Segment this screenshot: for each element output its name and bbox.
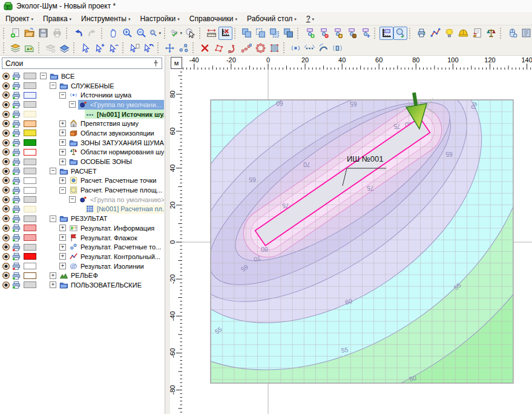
layer-row[interactable]: +РЕЛЬЕФ xyxy=(0,271,164,280)
layer-color-swatch[interactable] xyxy=(24,149,36,156)
layer-color-swatch[interactable] xyxy=(24,244,36,251)
node-add-button[interactable] xyxy=(303,27,317,40)
zoom-out-button[interactable] xyxy=(134,27,148,40)
eye-icon[interactable] xyxy=(0,129,10,137)
eye-icon[interactable] xyxy=(0,205,10,213)
expand-icon[interactable]: + xyxy=(59,253,66,260)
layer-props-button[interactable] xyxy=(22,41,36,54)
pin-icon[interactable] xyxy=(152,59,160,67)
layer-row[interactable]: +Расчет. Расчетные точки xyxy=(0,176,164,186)
menu-item-6[interactable]: ?▾ xyxy=(301,13,318,25)
eye-icon[interactable] xyxy=(0,281,10,289)
eye-icon[interactable] xyxy=(0,252,10,261)
menu-item-2[interactable]: Инструменты▾ xyxy=(76,13,134,25)
toolbar-grip[interactable] xyxy=(192,42,195,53)
toolbar-grip[interactable] xyxy=(3,28,6,39)
printer-icon[interactable] xyxy=(10,261,21,271)
pan-hand-button[interactable] xyxy=(107,27,120,40)
snap-nodes-button[interactable] xyxy=(177,41,191,54)
layer-row[interactable]: −<Группа по умолчани... xyxy=(0,100,164,110)
toolbar-grip[interactable] xyxy=(66,28,69,39)
cursor-undo-button[interactable] xyxy=(142,41,156,54)
layer-color-swatch[interactable] xyxy=(24,73,36,79)
layer-color-swatch[interactable] xyxy=(24,196,36,203)
node-move-button[interactable] xyxy=(358,27,372,40)
printer-icon[interactable] xyxy=(10,205,21,214)
expand-icon[interactable]: + xyxy=(59,263,66,269)
ruler-unit-box[interactable]: м xyxy=(171,57,182,69)
printer-icon[interactable] xyxy=(10,195,21,204)
cursor-add-button[interactable] xyxy=(93,41,107,54)
cursor-copy-button[interactable] xyxy=(128,41,142,54)
shape-union-button[interactable] xyxy=(240,27,254,40)
layer-color-swatch[interactable] xyxy=(24,215,36,222)
source-arc-button[interactable] xyxy=(317,41,330,54)
layer-color-swatch[interactable] xyxy=(24,225,36,231)
shape-intersect-button[interactable] xyxy=(254,27,268,40)
node-remove-button[interactable] xyxy=(317,27,330,40)
layer-add-button[interactable] xyxy=(44,41,57,54)
toolbar-grip[interactable] xyxy=(122,42,125,53)
expert-hat-button[interactable] xyxy=(456,27,470,40)
layer-fill-button[interactable] xyxy=(57,41,71,54)
toolbar-grip[interactable] xyxy=(157,42,160,53)
toolbar-grip[interactable] xyxy=(73,42,76,53)
menu-item-0[interactable]: Проект▾ xyxy=(0,13,38,25)
mouse-settings-button[interactable] xyxy=(505,27,519,40)
eye-icon[interactable] xyxy=(0,82,10,90)
select-pointer-button[interactable] xyxy=(183,27,197,40)
toolbar-grip[interactable] xyxy=(38,42,41,53)
layer-color-swatch[interactable] xyxy=(24,281,36,288)
expand-icon[interactable]: + xyxy=(59,177,66,184)
layer-color-swatch[interactable] xyxy=(24,177,36,184)
collapse-icon[interactable]: − xyxy=(50,168,56,174)
toolbar-grip[interactable] xyxy=(374,28,377,39)
layer-row[interactable]: −СЛУЖЕБНЫЕ xyxy=(0,81,164,91)
layer-color-swatch[interactable] xyxy=(24,234,36,241)
layer-row[interactable]: +Результат. Расчетные то... xyxy=(0,242,164,252)
toolbar-grip[interactable] xyxy=(297,28,300,39)
eye-icon[interactable] xyxy=(0,100,10,109)
toolbar-grip[interactable] xyxy=(164,28,167,39)
layer-row[interactable]: −РАСЧЕТ xyxy=(0,166,164,176)
layer-color-swatch[interactable] xyxy=(24,168,36,174)
layers-panel-header[interactable]: Слои xyxy=(2,58,162,69)
eye-icon[interactable] xyxy=(0,243,10,251)
printer-icon[interactable] xyxy=(10,280,21,289)
node-link-button[interactable] xyxy=(344,27,358,40)
eye-icon[interactable] xyxy=(0,234,10,242)
zoom-in-button[interactable] xyxy=(120,27,134,40)
collapse-icon[interactable]: − xyxy=(69,101,76,108)
source-line-button[interactable] xyxy=(303,41,317,54)
expand-icon[interactable]: + xyxy=(59,120,66,127)
layer-color-swatch[interactable] xyxy=(24,92,36,99)
printer-icon[interactable] xyxy=(10,166,21,176)
collapse-icon[interactable]: − xyxy=(59,92,66,99)
collapse-icon[interactable]: − xyxy=(50,82,56,89)
eye-icon[interactable] xyxy=(0,91,10,99)
toolbar-grip[interactable] xyxy=(3,42,6,53)
source-point-button[interactable] xyxy=(289,41,303,54)
layer-color-swatch[interactable] xyxy=(24,101,36,108)
edit-polyline-button[interactable] xyxy=(240,41,254,54)
printer-icon[interactable] xyxy=(10,119,21,128)
layer-color-swatch[interactable] xyxy=(24,272,36,279)
expand-icon[interactable]: + xyxy=(59,130,66,136)
redo-button[interactable] xyxy=(85,27,99,40)
expand-icon[interactable]: + xyxy=(59,149,66,156)
layer-row[interactable]: −ВСЕ xyxy=(0,71,164,81)
doc-check-button[interactable] xyxy=(470,27,484,40)
toolbar-grip[interactable] xyxy=(409,28,412,39)
layer-row[interactable]: −Расчет. Расчетные площ... xyxy=(0,185,164,195)
move-vertex-button[interactable] xyxy=(226,41,240,54)
layers-stack-button[interactable] xyxy=(8,41,22,54)
printer-icon[interactable] xyxy=(10,252,21,261)
menu-item-1[interactable]: Правка▾ xyxy=(38,13,76,25)
print-map-button[interactable] xyxy=(415,27,429,40)
layer-row[interactable]: +Результат. Изолинии xyxy=(0,261,164,271)
layer-row[interactable]: −Источники шума xyxy=(0,90,164,100)
expand-icon[interactable]: + xyxy=(50,272,56,279)
edit-polygon-button[interactable] xyxy=(212,41,226,54)
printer-icon[interactable] xyxy=(10,138,21,147)
expand-icon[interactable]: + xyxy=(59,225,66,231)
